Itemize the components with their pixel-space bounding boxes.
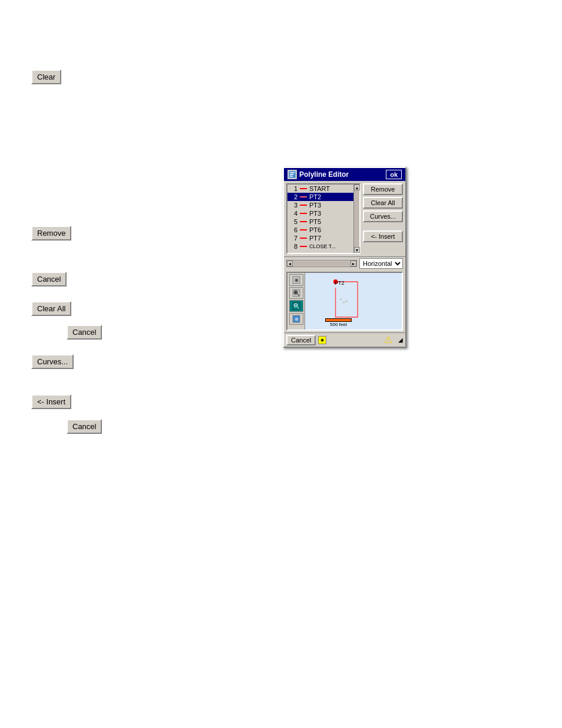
dash-icon [300,221,307,222]
scroll-down-arrow[interactable]: ▼ [354,247,360,253]
svg-text:⊕: ⊕ [294,278,298,283]
scroll-left-arrow[interactable]: ◄ [287,261,293,266]
insert-button-standalone[interactable]: <- Insert [31,394,71,409]
scale-label: 500 feet [330,322,347,327]
list-item[interactable]: 1 START [287,185,353,193]
dialog-resize-grip[interactable]: ◢ [398,337,403,343]
scale-bar-area: 500 feet [325,318,352,327]
svg-point-20 [343,301,345,304]
clear-button-top[interactable]: Clear [31,70,61,84]
dash-icon [300,196,307,197]
svg-text:⊕: ⊕ [294,317,298,322]
curves-dialog-button[interactable]: Curves... [363,210,403,222]
orientation-dropdown[interactable]: Horizontal Vertical [359,258,403,269]
remove-dialog-button[interactable]: Remove [363,183,403,195]
ok-button[interactable]: ok [386,170,402,179]
star-icon: ★ [318,336,326,344]
dialog-statusbar: Cancel ★ ⚠ ◢ [284,332,405,347]
clear-all-dialog-button[interactable]: Clear All [363,197,403,209]
list-container: 1 START 2 PT2 3 PT3 4 PT3 [286,183,361,254]
warning-icon: ⚠ [384,334,392,345]
cancel-status-button[interactable]: Cancel [286,335,316,345]
dash-icon [300,229,307,230]
list-item[interactable]: 3 PT3 [287,201,353,209]
cancel-button-1[interactable]: Cancel [31,272,67,286]
dash-icon [300,205,307,206]
horizontal-scrollbar[interactable]: ◄ ► [286,260,357,267]
dialog-titlebar: Polyline Editor ok [284,168,405,181]
dialog-bottom-bar: ◄ ► Horizontal Vertical [284,256,405,270]
dash-icon [300,188,307,189]
polyline-editor-dialog: Polyline Editor ok 1 START 2 PT2 3 [283,167,406,348]
clear-all-button-standalone[interactable]: Clear All [31,301,71,316]
pan-tool-button[interactable]: ⊕ [289,274,303,286]
list-item[interactable]: 5 PT5 [287,218,353,226]
dash-icon [300,238,307,239]
right-panel: Remove Clear All Curves... <- Insert [363,183,403,254]
zoom-in-tool-button[interactable] [289,287,303,299]
insert-dialog-button[interactable]: <- Insert [363,230,403,242]
svg-point-19 [340,298,342,301]
scroll-track-h [293,261,351,266]
list-item[interactable]: 6 PT6 [287,226,353,234]
titlebar-left: Polyline Editor [287,170,349,179]
pt2-map-label: PT2 [335,280,345,286]
list-item[interactable]: 4 PT3 [287,209,353,218]
list-item[interactable]: 7 PT7 [287,234,353,242]
scroll-right-arrow[interactable]: ► [351,261,356,266]
list-scrollbar[interactable]: ▲ ▼ [353,185,359,253]
list-item[interactable]: 2 PT2 [287,193,353,201]
scroll-track [354,190,359,247]
svg-point-21 [345,300,348,302]
dialog-body: 1 START 2 PT2 3 PT3 4 PT3 [284,181,405,256]
cancel-button-2[interactable]: Cancel [67,325,102,340]
map-toolbar: ⊕ [287,273,305,330]
map-canvas: N PT2 500 feet [305,273,402,330]
dialog-title: Polyline Editor [299,170,349,179]
remove-button[interactable]: Remove [31,226,71,241]
select-tool-button[interactable]: ⊕ [289,313,303,325]
list-item[interactable]: 8 CLOSE T... [287,242,353,251]
map-svg [305,273,402,330]
dialog-icon [287,170,297,179]
list-inner: 1 START 2 PT2 3 PT3 4 PT3 [287,185,353,253]
scroll-up-arrow[interactable]: ▲ [354,185,360,190]
dash-icon [300,213,307,214]
map-area: ⊕ [286,272,403,331]
dash-icon [300,246,307,247]
cancel-button-3[interactable]: Cancel [67,419,102,434]
curves-button-standalone[interactable]: Curves... [31,354,74,369]
zoom-out-tool-button[interactable] [289,300,303,312]
